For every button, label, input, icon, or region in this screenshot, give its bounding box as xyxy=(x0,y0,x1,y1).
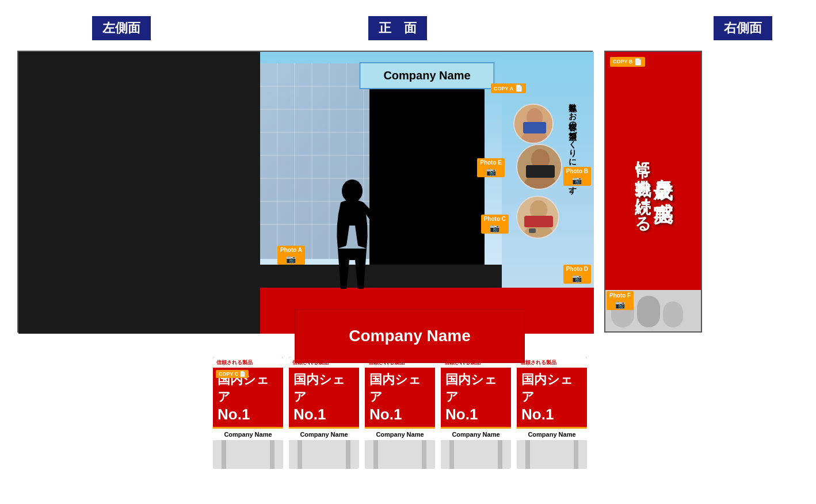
svg-rect-25 xyxy=(529,228,536,233)
chair-large-text-5: 国内シェア xyxy=(521,371,582,406)
chair-no1-5: No.1 xyxy=(521,406,582,423)
svg-rect-24 xyxy=(524,216,553,227)
chair-leg-left-1 xyxy=(222,440,226,469)
photo-tag-e: Photo E 📷 xyxy=(477,158,505,177)
chair-no1-1: No.1 xyxy=(218,406,279,423)
chair-legs-5 xyxy=(517,440,587,469)
person-silhouette xyxy=(329,180,375,295)
section-label-front: 正 面 xyxy=(368,16,427,40)
chair-sign-4: 信頼される製品 国内シェア No.1 Company Name xyxy=(441,357,511,469)
center-door xyxy=(369,86,485,265)
chair-leg-left-4 xyxy=(449,440,454,469)
chair-card-bottom-4: Company Name xyxy=(441,427,511,440)
chair-leg-right-3 xyxy=(422,440,426,469)
main-company-bar: Company Name xyxy=(295,309,525,363)
company-name-banner-top: Company Name xyxy=(359,62,494,89)
chair-leg-right-5 xyxy=(574,440,578,469)
copy-tag-c: COPY C 📄 xyxy=(216,370,249,378)
chair-sign-3: 信頼される製品 国内シェア No.1 Company Name xyxy=(365,357,435,469)
svg-rect-21 xyxy=(526,165,555,178)
front-booth: Company Name 私達はお客様の繁盛づくりに貢献します。 xyxy=(260,52,594,334)
chair-leg-right-2 xyxy=(346,440,350,469)
doc-icon-a: 📄 xyxy=(515,85,523,92)
left-dark-panel xyxy=(18,52,260,334)
chair-card-main-2: 国内シェア No.1 xyxy=(289,368,359,427)
chair-card-bottom-3: Company Name xyxy=(365,427,435,440)
doc-icon-c: 📄 xyxy=(239,371,246,377)
chair-leg-left-3 xyxy=(373,440,378,469)
chair-legs-1 xyxy=(213,440,283,469)
photo-tag-a: Photo A 📷 xyxy=(277,246,305,265)
chair-card-top-5: 信頼される製品 xyxy=(517,357,587,368)
chair-large-text-4: 国内シェア xyxy=(445,371,506,406)
camera-icon-a: 📷 xyxy=(286,254,296,264)
chair-card-main-3: 国内シェア No.1 xyxy=(365,368,435,427)
section-label-right: 右側面 xyxy=(714,16,772,40)
chair-legs-3 xyxy=(365,440,435,469)
chair-card-main-4: 国内シェア No.1 xyxy=(441,368,511,427)
chair-card-main-5: 国内シェア No.1 xyxy=(517,368,587,427)
chair-leg-right-1 xyxy=(270,440,274,469)
chair-card-3: 信頼される製品 国内シェア No.1 Company Name xyxy=(365,357,435,440)
svg-rect-29 xyxy=(663,301,683,327)
chairs-section: 信頼される製品 国内シェア No.1 Company Name 信頼される製品 … xyxy=(213,357,604,469)
chair-card-4: 信頼される製品 国内シェア No.1 Company Name xyxy=(441,357,511,440)
photo-tag-b: Photo B 📷 xyxy=(563,167,591,186)
chair-card-2: 信頼される製品 国内シェア No.1 Company Name xyxy=(289,357,359,440)
camera-icon-f: 📷 xyxy=(615,300,625,309)
photo-tag-c: Photo C 📷 xyxy=(481,215,509,234)
right-banner-stand: COPY B 📄 常に挑戦を続ける 成長を実感。 Group Photo Pho… xyxy=(604,51,702,333)
camera-icon-d: 📷 xyxy=(572,273,582,282)
svg-point-15 xyxy=(342,180,363,203)
svg-rect-28 xyxy=(637,296,660,327)
chair-legs-4 xyxy=(441,440,511,469)
camera-icon-b: 📷 xyxy=(572,175,582,185)
chair-card-bottom-5: Company Name xyxy=(517,427,587,440)
banner-photo-area: Group Photo Photo F 📷 xyxy=(605,290,701,333)
copy-tag-a: COPY A 📄 xyxy=(491,83,526,93)
chair-large-text-2: 国内シェア xyxy=(293,371,354,406)
banner-red-section: 常に挑戦を続ける 成長を実感。 xyxy=(605,71,701,290)
doc-icon-b: 📄 xyxy=(634,58,642,66)
banner-text-line2: 成長を実感。 xyxy=(653,165,673,207)
chair-leg-left-2 xyxy=(298,440,302,469)
person-photo-1 xyxy=(513,104,554,144)
chair-no1-4: No.1 xyxy=(445,406,506,423)
chair-card-5: 信頼される製品 国内シェア No.1 Company Name xyxy=(517,357,587,440)
chair-no1-2: No.1 xyxy=(293,406,354,423)
banner-text-line1: 常に挑戦を続ける xyxy=(634,150,651,223)
chair-card-bottom-2: Company Name xyxy=(289,427,359,440)
svg-rect-18 xyxy=(523,122,546,133)
chair-card-bottom-1: Company Name xyxy=(213,427,283,440)
chair-leg-right-4 xyxy=(498,440,502,469)
main-company-name: Company Name xyxy=(349,327,471,345)
photo-tag-f: Photo F 📷 xyxy=(607,291,634,310)
chair-leg-left-5 xyxy=(525,440,530,469)
chair-card-1: 信頼される製品 国内シェア No.1 Company Name xyxy=(213,357,283,440)
camera-icon-e: 📷 xyxy=(486,167,496,176)
copy-tag-b: COPY B 📄 xyxy=(610,57,645,67)
person-photo-2 xyxy=(516,144,562,190)
person-photo-3 xyxy=(516,196,559,239)
booth-container: Company Name 私達はお客様の繁盛づくりに貢献します。 xyxy=(17,51,593,333)
section-label-left: 左側面 xyxy=(92,16,151,40)
chair-large-text-3: 国内シェア xyxy=(369,371,430,406)
chair-no1-3: No.1 xyxy=(369,406,430,423)
camera-icon-c: 📷 xyxy=(490,223,499,232)
photo-tag-d: Photo D 📷 xyxy=(563,265,591,284)
chair-sign-2: 信頼される製品 国内シェア No.1 Company Name xyxy=(289,357,359,469)
chair-sign-5: 信頼される製品 国内シェア No.1 Company Name xyxy=(517,357,587,469)
chair-card-top-1: 信頼される製品 xyxy=(213,357,283,368)
chair-legs-2 xyxy=(289,440,359,469)
